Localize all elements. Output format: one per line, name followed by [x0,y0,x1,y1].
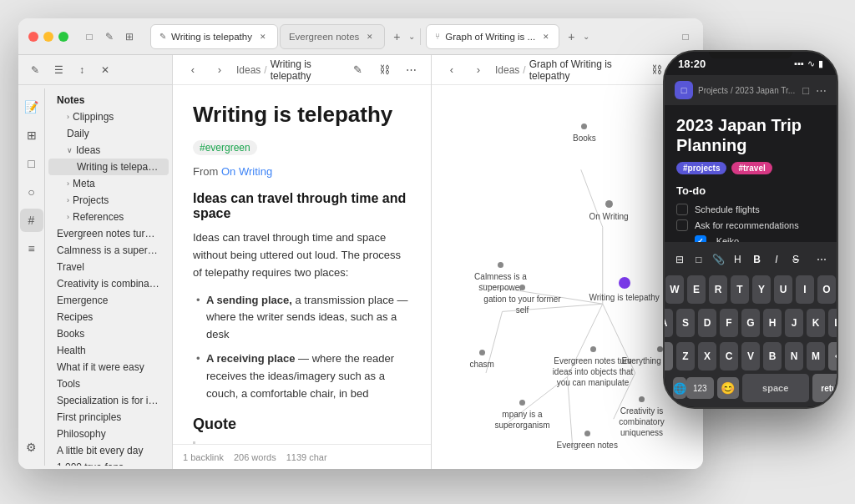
tag-projects[interactable]: #projects [676,162,726,174]
nav-travel[interactable]: Travel [48,259,169,275]
tab-close-icon[interactable]: ✕ [540,31,552,43]
nav-tools[interactable]: Tools [48,375,169,392]
kb-key-x[interactable]: X [698,342,716,370]
nav-icon-folder[interactable]: ≡ [20,237,43,260]
nav-books[interactable]: Books [48,325,169,342]
nav-icon-graph[interactable]: ○ [20,180,43,204]
graph-node-evergreen-notes[interactable]: Evergreen notes [557,431,618,451]
kb-key-shift[interactable]: ⇧ [665,342,673,370]
forward-button[interactable]: › [210,60,230,80]
kb-key-a[interactable]: A [665,309,673,337]
tab-chevron-icon[interactable]: ⌄ [408,32,415,41]
new-note-icon[interactable]: ✎ [102,29,117,44]
kb-bold-icon[interactable]: B [751,250,763,269]
kb-globe-icon[interactable]: 🌐 [673,377,686,399]
nav-icon-calendar[interactable]: □ [20,152,43,175]
nav-little-bit[interactable]: A little bit every day [48,442,169,459]
kb-emoji-key[interactable]: 😊 [717,377,739,399]
phone-more-icon[interactable]: ⋯ [816,84,827,97]
kb-key-backspace[interactable]: ⌫ [828,342,837,370]
todo-keiko[interactable]: ✓ -Keiko [695,235,825,242]
graph-node-books[interactable]: Books [573,123,596,144]
nav-true-fans[interactable]: 1,000 true fans [48,459,169,466]
minimize-button[interactable] [43,32,53,42]
nav-meta[interactable]: › Meta [48,175,169,192]
kb-key-m[interactable]: M [807,342,825,370]
phone-book-icon[interactable]: □ [802,84,809,97]
tab-close-icon[interactable]: ✕ [257,31,269,43]
kb-key-o[interactable]: O [817,275,836,304]
sort-icon[interactable]: ↕ [73,62,90,78]
nav-first-principles[interactable]: First principles [48,409,169,426]
nav-daily[interactable]: Daily [48,125,169,142]
more-icon[interactable]: ✕ [97,62,114,78]
kb-key-e[interactable]: E [687,275,706,304]
kb-key-l[interactable]: L [828,309,837,337]
kb-key-k[interactable]: K [807,309,825,337]
editor-content[interactable]: Writing is telepathy #evergreen From On … [173,85,431,444]
sidebar-toggle-icon[interactable]: □ [82,29,97,44]
kb-italic-icon[interactable]: I [770,250,782,269]
nav-emergence[interactable]: Emergence [48,292,169,309]
kb-more-icon[interactable]: ⋯ [816,250,828,269]
kb-key-y[interactable]: Y [752,275,771,304]
sidebar-right-icon[interactable]: □ [678,29,693,44]
kb-key-w[interactable]: W [665,275,684,304]
kb-key-d[interactable]: D [698,309,716,337]
nav-clippings[interactable]: › Clippings [48,108,169,125]
back-button[interactable]: ‹ [183,60,203,80]
tag-badge[interactable]: #evergreen [193,140,257,155]
nav-icon-settings[interactable]: ⚙ [20,436,43,459]
nav-creativity[interactable]: Creativity is combinatory u... [48,275,169,292]
graph-back-button[interactable]: ‹ [442,60,462,80]
phone-app-icon[interactable]: □ [675,81,693,99]
kb-key-h[interactable]: H [763,309,782,337]
nav-specialization[interactable]: Specialization is for insects [48,392,169,409]
kb-key-i[interactable]: I [796,275,814,304]
list-icon[interactable]: ☰ [50,62,67,78]
edit-icon[interactable]: ✎ [347,60,367,80]
breadcrumb-parent[interactable]: Ideas [236,64,261,76]
tab-writing-telepathy[interactable]: ✎ Writing is telepathy ✕ [150,24,278,49]
nav-projects[interactable]: › Projects [48,192,169,209]
nav-references[interactable]: › References [48,209,169,225]
graph-node-company[interactable]: mpany is a superorganism [481,400,564,431]
nav-icon-notes[interactable]: 📝 [20,95,43,118]
todo-checkbox[interactable] [676,219,688,231]
close-button[interactable] [28,32,38,42]
kb-attach-icon[interactable]: 📎 [712,250,725,269]
kb-key-b[interactable]: B [763,342,782,370]
link-icon[interactable]: ⛓ [374,60,394,80]
nav-health[interactable]: Health [48,342,169,359]
kb-key-j[interactable]: J [785,309,803,337]
tab-close-icon[interactable]: ✕ [364,31,376,43]
kb-space-key[interactable]: space [742,374,809,402]
graph-node-on-writing[interactable]: On Writing [589,200,629,222]
todo-schedule-flights[interactable]: Schedule flights [676,204,825,215]
nav-notes-header[interactable]: Notes [48,92,169,108]
compose-icon[interactable]: ✎ [27,62,43,78]
nav-evergreen-turn[interactable]: Evergreen notes turn ideas... [48,225,169,242]
nav-recipes[interactable]: Recipes [48,309,169,325]
folder-icon[interactable]: ⊞ [122,29,137,44]
nav-calmness[interactable]: Calmness is a superpower [48,242,169,259]
more-button[interactable]: ⋯ [401,60,421,80]
nav-icon-tag[interactable]: # [20,209,43,232]
nav-what-if[interactable]: What if it were easy [48,359,169,375]
kb-key-c[interactable]: C [720,342,738,370]
graph-node-chasm[interactable]: chasm [470,350,494,370]
maximize-button[interactable] [58,32,68,42]
todo-ask-recommendations[interactable]: Ask for recommendations [676,219,825,231]
kb-key-z[interactable]: Z [676,342,695,370]
kb-photo-icon[interactable]: □ [692,250,705,269]
tab-add-button[interactable]: + [387,27,407,47]
kb-key-n[interactable]: N [785,342,803,370]
kb-key-v[interactable]: V [741,342,760,370]
tab-evergreen[interactable]: Evergreen notes ✕ [280,24,385,49]
graph-node-writing-telepathy[interactable]: Writing is telepathy [589,277,660,303]
graph-forward-button[interactable]: › [468,60,488,80]
nav-ideas[interactable]: ∨ Ideas [48,142,169,159]
kb-key-f[interactable]: F [720,309,738,337]
tab-add-button2[interactable]: + [561,27,581,47]
kb-hide-icon[interactable]: ⊟ [673,250,686,269]
